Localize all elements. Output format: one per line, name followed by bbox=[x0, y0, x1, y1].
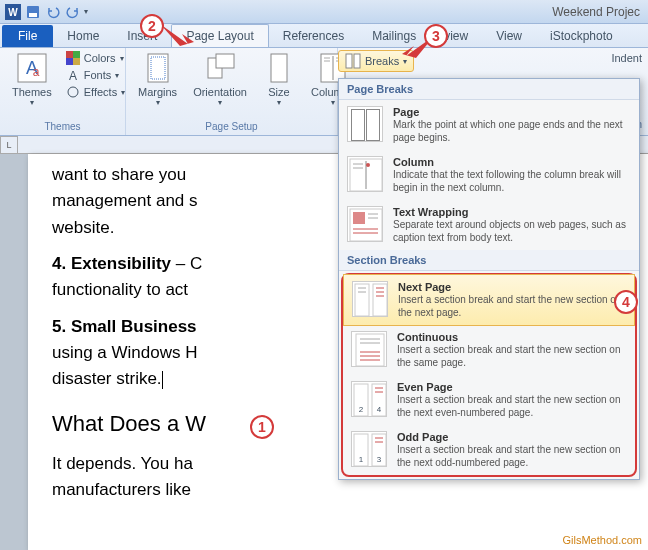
next-page-item[interactable]: Next PageInsert a section break and star… bbox=[343, 274, 635, 326]
tab-references[interactable]: References bbox=[269, 25, 358, 47]
section-breaks-highlight-box: Next PageInsert a section break and star… bbox=[341, 273, 637, 477]
svg-text:4: 4 bbox=[377, 405, 382, 414]
svg-rect-10 bbox=[73, 58, 80, 65]
text-cursor bbox=[162, 371, 163, 389]
next-page-icon bbox=[352, 281, 388, 317]
tab-file[interactable]: File bbox=[2, 25, 53, 47]
breaks-icon bbox=[345, 53, 361, 69]
ribbon-tabs: File Home Insert Page Layout References … bbox=[0, 24, 648, 48]
even-page-item[interactable]: 24 Even PageInsert a section break and s… bbox=[343, 375, 635, 425]
callout-4: 4 bbox=[614, 290, 638, 314]
arrow-2 bbox=[158, 22, 198, 52]
group-pagesetup-label: Page Setup bbox=[132, 120, 331, 133]
document-title: Weekend Projec bbox=[0, 5, 648, 19]
text-wrapping-icon bbox=[347, 206, 383, 242]
svg-point-30 bbox=[366, 163, 370, 167]
group-page-setup: Margins▾ Orientation▾ Size▾ Columns▾ Pag… bbox=[126, 48, 338, 135]
themes-button[interactable]: Aa Themes ▾ bbox=[6, 50, 58, 109]
tab-istockphoto[interactable]: iStockphoto bbox=[536, 25, 627, 47]
fonts-icon: A bbox=[66, 68, 80, 82]
size-button[interactable]: Size▾ bbox=[257, 50, 301, 109]
svg-rect-37 bbox=[355, 284, 369, 316]
svg-rect-25 bbox=[354, 54, 360, 68]
text-wrapping-item[interactable]: Text WrappingSeparate text around object… bbox=[339, 200, 639, 250]
breaks-dropdown: Page Breaks PageMark the point at which … bbox=[338, 78, 640, 480]
column-break-item[interactable]: ColumnIndicate that the text following t… bbox=[339, 150, 639, 200]
size-icon bbox=[263, 52, 295, 84]
effects-button[interactable]: Effects▾ bbox=[62, 84, 129, 100]
svg-rect-7 bbox=[66, 51, 73, 58]
svg-point-12 bbox=[68, 87, 78, 97]
svg-text:3: 3 bbox=[377, 455, 382, 464]
margins-button[interactable]: Margins▾ bbox=[132, 50, 183, 109]
svg-rect-38 bbox=[373, 284, 387, 316]
svg-rect-8 bbox=[73, 51, 80, 58]
tab-home[interactable]: Home bbox=[53, 25, 113, 47]
watermark: GilsMethod.com bbox=[563, 534, 642, 546]
svg-rect-32 bbox=[353, 212, 365, 224]
callout-2: 2 bbox=[140, 14, 164, 38]
column-break-icon bbox=[347, 156, 383, 192]
group-themes: Aa Themes ▾ Colors▾ AFonts▾ Effects▾ The… bbox=[0, 48, 126, 135]
title-bar: W ▾ Weekend Projec bbox=[0, 0, 648, 24]
svg-rect-16 bbox=[216, 54, 234, 68]
tab-view[interactable]: View bbox=[482, 25, 536, 47]
even-page-icon: 24 bbox=[351, 381, 387, 417]
themes-icon: Aa bbox=[16, 52, 48, 84]
odd-page-item[interactable]: 13 Odd PageInsert a section break and st… bbox=[343, 425, 635, 475]
fonts-button[interactable]: AFonts▾ bbox=[62, 67, 129, 83]
orientation-icon bbox=[204, 52, 236, 84]
svg-text:1: 1 bbox=[359, 455, 364, 464]
chevron-down-icon: ▾ bbox=[30, 98, 34, 107]
orientation-button[interactable]: Orientation▾ bbox=[187, 50, 253, 109]
svg-text:A: A bbox=[69, 69, 77, 82]
continuous-item[interactable]: ContinuousInsert a section break and sta… bbox=[343, 325, 635, 375]
margins-icon bbox=[142, 52, 174, 84]
colors-button[interactable]: Colors▾ bbox=[62, 50, 129, 66]
colors-icon bbox=[66, 51, 80, 65]
group-themes-label: Themes bbox=[6, 120, 119, 133]
callout-1: 1 bbox=[250, 415, 274, 439]
indent-label: Indent bbox=[611, 52, 642, 64]
themes-label: Themes bbox=[12, 86, 52, 98]
continuous-icon bbox=[351, 331, 387, 367]
effects-icon bbox=[66, 85, 80, 99]
svg-text:a: a bbox=[33, 65, 40, 79]
svg-rect-17 bbox=[271, 54, 287, 82]
svg-text:2: 2 bbox=[359, 405, 364, 414]
odd-page-icon: 13 bbox=[351, 431, 387, 467]
callout-3: 3 bbox=[424, 24, 448, 48]
page-break-item[interactable]: PageMark the point at which one page end… bbox=[339, 100, 639, 150]
page-break-icon bbox=[347, 106, 383, 142]
tab-selector[interactable]: L bbox=[0, 136, 18, 154]
svg-rect-9 bbox=[66, 58, 73, 65]
page-breaks-header: Page Breaks bbox=[339, 79, 639, 100]
svg-rect-24 bbox=[346, 54, 352, 68]
section-breaks-header: Section Breaks bbox=[339, 250, 639, 271]
